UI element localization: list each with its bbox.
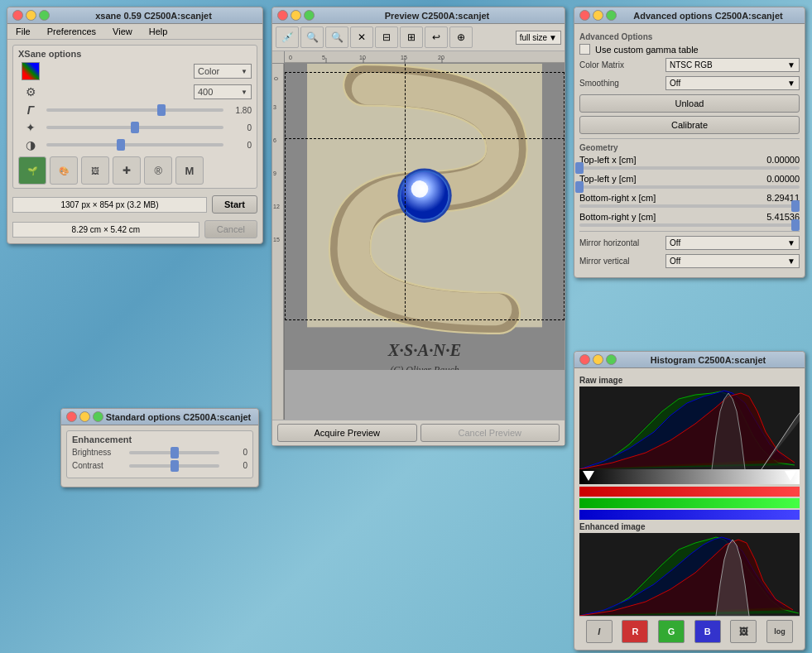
max-btn[interactable]	[39, 10, 50, 21]
menu-file[interactable]: File	[12, 26, 34, 37]
color-matrix-row: Color Matrix NTSC RGB ▼	[579, 58, 800, 72]
histogram-max[interactable]	[606, 354, 617, 365]
preview-min[interactable]	[291, 10, 301, 21]
top-left-y-thumb[interactable]	[575, 181, 584, 193]
top-left-y-slider[interactable]	[579, 185, 800, 189]
svg-text:(C) Oliver Rauch: (C) Oliver Rauch	[390, 364, 459, 370]
menu-view[interactable]: View	[109, 26, 136, 37]
bottom-right-x-slider[interactable]	[579, 204, 800, 208]
histogram-slider-bar[interactable]	[579, 469, 800, 484]
std-contrast-slider[interactable]	[129, 464, 219, 468]
resolution-value: 400	[198, 87, 213, 97]
xsane-group-title: XSane options	[18, 49, 252, 59]
mirror-v-value: Off	[670, 257, 680, 266]
custom-gamma-checkbox[interactable]	[579, 44, 590, 55]
std-brightness-value: 0	[223, 448, 247, 457]
top-left-x-thumb[interactable]	[575, 162, 584, 174]
tool-btn-2[interactable]: 🎨	[50, 156, 78, 185]
preview-canvas[interactable]: X·S·A·N·E (C) Oliver Rauch	[285, 64, 565, 370]
cancel-preview-button[interactable]: Cancel Preview	[420, 424, 560, 442]
brightness-slider[interactable]	[46, 126, 223, 129]
std-contrast-row: Contrast 0	[72, 461, 247, 470]
mirror-h-select[interactable]: Off ▼	[665, 236, 800, 250]
calibrate-button[interactable]: Calibrate	[579, 116, 800, 134]
smoothing-select[interactable]: Off ▼	[665, 76, 800, 90]
tool-btn-6[interactable]: M	[175, 156, 204, 185]
standard-close[interactable]	[66, 411, 77, 422]
smoothing-row: Smoothing Off ▼	[579, 76, 800, 90]
advanced-close[interactable]	[579, 10, 590, 21]
top-left-x-slider[interactable]	[579, 166, 800, 170]
hist-icon-blue[interactable]: B	[694, 620, 721, 643]
tool-btn-4[interactable]: ✚	[113, 156, 141, 185]
histogram-close[interactable]	[579, 354, 590, 365]
tool-btn-3[interactable]: 🖼	[81, 156, 109, 185]
bottom-right-y-slider[interactable]	[579, 223, 800, 227]
svg-text:12: 12	[273, 204, 280, 209]
cm-info: 8.29 cm × 5.42 cm	[12, 222, 199, 238]
histogram-left-thumb[interactable]	[583, 471, 594, 481]
hist-icon-red[interactable]: R	[622, 620, 648, 643]
standard-min[interactable]	[79, 411, 90, 422]
brightness-icon: ✦	[18, 121, 43, 134]
pixel-info: 1307 px × 854 px (3.2 MB)	[12, 197, 207, 213]
standard-max[interactable]	[93, 411, 103, 422]
histogram-min[interactable]	[593, 354, 603, 365]
standard-title: Standard options C2500A:scanjet	[103, 412, 253, 422]
eyedropper-tool[interactable]: 💉	[276, 26, 299, 48]
min-btn[interactable]	[26, 10, 36, 21]
color-mode-select[interactable]: Color ▼	[194, 64, 252, 79]
contrast-slider[interactable]	[46, 143, 223, 146]
advanced-min[interactable]	[593, 10, 603, 21]
histogram-right-thumb[interactable]	[785, 471, 796, 481]
preview-max[interactable]	[304, 10, 315, 21]
gamma-thumb[interactable]	[157, 104, 166, 116]
preview-toolbar: 💉 🔍 🔍 ✕ ⊟ ⊞ ↩ ⊕ full size ▼	[272, 24, 565, 51]
contrast-icon: ◑	[18, 138, 43, 151]
cancel-tool[interactable]: ✕	[350, 26, 373, 48]
tool-btn-1[interactable]: 🌱	[18, 156, 46, 185]
histogram-icon-row: I R G B 🖼 log	[579, 616, 800, 645]
color-matrix-select[interactable]: NTSC RGB ▼	[665, 58, 800, 72]
svg-text:X·S·A·N·E: X·S·A·N·E	[387, 341, 461, 359]
zoom-arrow: ▼	[549, 33, 557, 42]
hist-icon-image[interactable]: 🖼	[730, 620, 757, 643]
menu-preferences[interactable]: Preferences	[44, 26, 99, 37]
preview-close[interactable]	[277, 10, 288, 21]
zoom-select[interactable]: full size ▼	[516, 31, 561, 45]
bottom-right-y-thumb[interactable]	[791, 219, 800, 231]
raw-histogram-svg	[579, 387, 800, 469]
hist-icon-green[interactable]: G	[658, 620, 685, 643]
tool-btn-5[interactable]: ®	[144, 156, 172, 185]
acquire-preview-button[interactable]: Acquire Preview	[277, 424, 417, 442]
gamma-slider[interactable]	[46, 108, 223, 112]
hist-icon-log[interactable]: log	[766, 620, 793, 643]
mirror-v-select[interactable]: Off ▼	[665, 254, 800, 268]
preview-titlebar: Preview C2500A:scanjet	[272, 7, 565, 24]
brightness-thumb[interactable]	[131, 122, 139, 133]
preview-title: Preview C2500A:scanjet	[315, 11, 560, 21]
zoom-fit-tool[interactable]: ⊟	[375, 26, 398, 48]
zoom-in-tool[interactable]: 🔍	[325, 26, 348, 48]
std-brightness-row: Brightness 0	[72, 448, 247, 457]
zoom-out-tool[interactable]: 🔍	[300, 26, 324, 48]
bottom-right-x-thumb[interactable]	[791, 200, 800, 212]
undo-tool[interactable]: ↩	[425, 26, 448, 48]
unload-button[interactable]: Unload	[579, 94, 800, 113]
top-left-y-value: 0.00000	[766, 174, 800, 184]
selection-tool[interactable]: ⊕	[449, 26, 473, 48]
menu-help[interactable]: Help	[146, 26, 171, 37]
contrast-thumb[interactable]	[117, 139, 125, 151]
start-button[interactable]: Start	[212, 195, 257, 214]
top-left-x-label: Top-left x [cm]	[579, 155, 636, 165]
advanced-max[interactable]	[606, 10, 617, 21]
red-color-bar	[579, 487, 800, 497]
std-contrast-thumb[interactable]	[171, 460, 179, 472]
close-btn[interactable]	[12, 10, 23, 21]
zoom-custom-tool[interactable]: ⊞	[400, 26, 423, 48]
left-ruler: 0 3 6 9 12 15	[272, 64, 285, 420]
std-brightness-slider[interactable]	[129, 451, 219, 454]
resolution-select[interactable]: 400 ▼	[194, 84, 252, 99]
hist-icon-intensity[interactable]: I	[586, 620, 613, 643]
std-brightness-thumb[interactable]	[171, 447, 179, 459]
